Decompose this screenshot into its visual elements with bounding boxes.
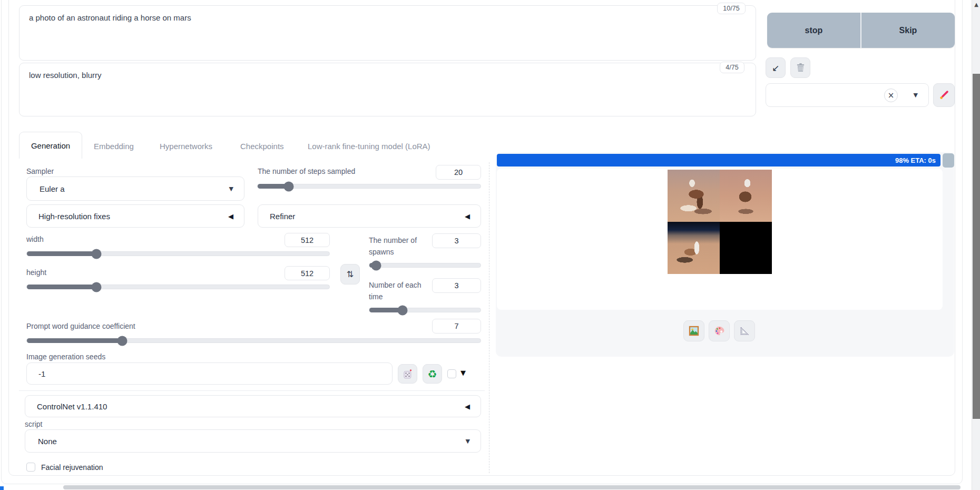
progress-remainder — [943, 153, 954, 168]
generated-image-4[interactable] — [720, 222, 772, 274]
steps-label: The number of steps sampled — [258, 167, 355, 175]
cfg-slider[interactable] — [26, 338, 481, 343]
vertical-scrollbar[interactable]: ▲ — [972, 0, 980, 490]
tab-generation[interactable]: Generation — [19, 132, 82, 159]
slider-handle[interactable] — [398, 305, 408, 315]
trash-icon — [796, 63, 806, 73]
prompt-input[interactable]: a photo of an astronaut riding a horse o… — [19, 5, 756, 61]
batch-count-slider[interactable] — [369, 263, 481, 268]
swap-arrows-icon: ⇅ — [347, 269, 354, 279]
accordion-collapsed-icon: ◀ — [465, 212, 470, 220]
negative-prompt-input[interactable]: low resolution, blurry — [19, 63, 756, 116]
slider-fill — [27, 338, 122, 343]
corner-chip — [0, 486, 4, 490]
hires-fix-label: High-resolution fixes — [27, 212, 110, 221]
seed-value: -1 — [27, 369, 45, 378]
refiner-accordion[interactable]: Refiner ◀ — [258, 204, 481, 228]
hires-fix-accordion[interactable]: High-resolution fixes ◀ — [26, 204, 244, 228]
progress-bar: 98% ETA: 0s — [497, 154, 953, 168]
tab-checkpoints[interactable]: Checkpoints — [240, 142, 284, 151]
width-label: width — [26, 235, 44, 243]
refiner-label: Refiner — [258, 212, 295, 221]
chevron-down-icon: ▼ — [914, 92, 918, 99]
send-to-extras-button[interactable] — [734, 320, 755, 341]
slider-handle[interactable] — [371, 260, 381, 270]
accordion-collapsed-icon: ◀ — [465, 403, 470, 410]
scroll-up-icon[interactable]: ▲ — [972, 2, 980, 7]
controlnet-label: ControlNet v1.1.410 — [25, 402, 107, 411]
sampler-value: Euler a — [27, 184, 65, 193]
triangular-ruler-icon — [739, 325, 750, 337]
paintbrush-icon — [938, 90, 950, 101]
output-image-grid — [668, 170, 772, 274]
seed-input[interactable]: -1 — [26, 362, 393, 385]
seed-label: Image generation seeds — [26, 352, 105, 361]
cfg-label: Prompt word guidance coefficient — [26, 322, 135, 330]
prompt-token-counter: 10/75 — [717, 3, 746, 14]
framed-picture-icon — [688, 325, 700, 337]
face-restore-label: Facial rejuvenation — [41, 463, 103, 472]
txt2img-page: a photo of an astronaut riding a horse o… — [0, 0, 980, 490]
slider-handle[interactable] — [92, 249, 102, 259]
script-label: script — [25, 420, 42, 428]
generated-image-1[interactable] — [668, 170, 720, 222]
slider-handle[interactable] — [117, 336, 127, 346]
stop-button[interactable]: stop — [767, 13, 860, 48]
palette-icon — [713, 325, 725, 337]
height-input[interactable]: 512 — [285, 266, 330, 280]
script-dropdown[interactable]: None ▼ — [25, 429, 481, 453]
skip-button[interactable]: Skip — [861, 13, 955, 48]
batch-size-input[interactable]: 3 — [432, 278, 481, 293]
chevron-down-icon: ▼ — [229, 185, 233, 192]
height-slider[interactable] — [26, 285, 330, 289]
column-divider — [489, 162, 489, 473]
tab-embedding[interactable]: Embedding — [94, 142, 134, 151]
accordion-collapsed-icon: ◀ — [228, 212, 233, 220]
clear-prompt-button[interactable] — [790, 57, 810, 78]
chevron-down-icon: ▼ — [466, 438, 470, 445]
slider-handle[interactable] — [284, 181, 294, 191]
vertical-scrollbar-thumb[interactable] — [973, 74, 980, 419]
face-restore-checkbox[interactable] — [26, 463, 35, 472]
section-divider — [19, 390, 485, 391]
slider-handle[interactable] — [92, 282, 102, 292]
height-label: height — [26, 268, 46, 277]
generated-image-2[interactable] — [720, 170, 772, 222]
southwest-arrow-icon: ↙ — [772, 63, 779, 73]
script-value: None — [25, 437, 57, 446]
restore-prompt-button[interactable]: ↙ — [766, 57, 786, 78]
width-input[interactable]: 512 — [285, 233, 330, 247]
sampler-label: Sampler — [26, 167, 54, 175]
batch-count-label: The number of spawns — [369, 235, 431, 258]
styles-dropdown[interactable]: × ▼ — [766, 83, 929, 107]
progress-text: 98% ETA: 0s — [895, 156, 940, 164]
batch-count-input[interactable]: 3 — [432, 233, 481, 248]
negative-prompt-token-counter: 4/75 — [720, 62, 744, 73]
swap-width-height-button[interactable]: ⇅ — [340, 264, 360, 285]
controlnet-accordion[interactable]: ControlNet v1.1.410 ◀ — [25, 395, 481, 417]
dice-icon — [403, 369, 413, 379]
generated-image-3[interactable] — [668, 222, 720, 274]
progress-fill: 98% ETA: 0s — [497, 154, 940, 166]
tab-lora[interactable]: Low-rank fine-tuning model (LoRA) — [308, 142, 430, 151]
apply-style-button[interactable] — [933, 83, 955, 107]
recycle-icon: ♻ — [428, 368, 437, 380]
cfg-input[interactable]: 7 — [432, 319, 481, 334]
seed-extra-caret-icon[interactable]: ▼ — [460, 369, 466, 377]
width-slider[interactable] — [26, 251, 330, 256]
horizontal-scrollbar-thumb[interactable] — [63, 485, 961, 489]
save-image-button[interactable] — [709, 320, 730, 341]
reuse-seed-button[interactable]: ♻ — [423, 364, 442, 384]
clear-styles-button[interactable]: × — [884, 89, 898, 102]
open-folder-button[interactable] — [683, 320, 704, 341]
random-seed-button[interactable] — [398, 364, 417, 384]
generate-action-group: stop Skip — [767, 13, 955, 48]
batch-size-slider[interactable] — [369, 308, 481, 312]
extra-seed-checkbox[interactable] — [447, 369, 456, 378]
sampler-dropdown[interactable]: Euler a ▼ — [26, 177, 244, 201]
steps-slider[interactable] — [257, 184, 481, 189]
tab-hypernetworks[interactable]: Hypernetworks — [160, 142, 212, 151]
close-icon: × — [888, 91, 895, 100]
slider-fill — [27, 251, 96, 256]
steps-input[interactable]: 20 — [436, 165, 481, 180]
